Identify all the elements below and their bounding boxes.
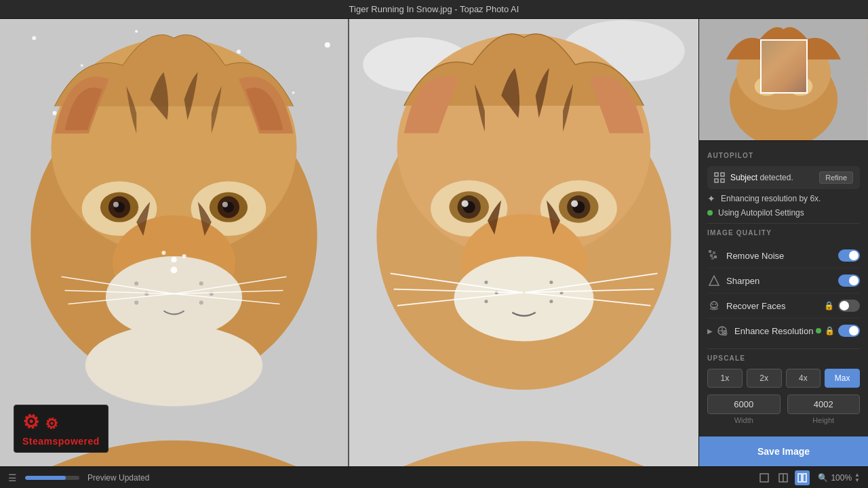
upscale-section-label: UPSCALE [707,354,860,362]
refine-button[interactable]: Refine [819,171,853,184]
svg-point-30 [199,301,203,305]
svg-point-2 [81,64,83,66]
split-view-button[interactable] [776,470,791,485]
steam-gear-icon: ⚙ [20,409,42,434]
svg-rect-87 [710,254,713,257]
svg-point-25 [134,281,138,285]
svg-rect-104 [803,474,806,482]
remove-noise-toggle[interactable] [838,249,860,262]
svg-rect-88 [714,256,717,258]
upscale-max-button[interactable]: Max [825,369,860,388]
upscale-4x-button[interactable]: 4x [786,369,821,388]
width-label: Width [707,416,781,424]
image-quality-label: IMAGE QUALITY [707,229,860,237]
divider-2 [707,348,860,349]
autopilot-settings-text: Using Autopilot Settings [718,208,804,218]
svg-point-4 [135,30,138,33]
svg-point-40 [170,266,177,273]
preview-status-text: Preview Updated [87,473,149,483]
svg-rect-85 [709,250,711,253]
svg-rect-100 [760,474,768,482]
steam-brand-text: Steamspowered [22,436,100,447]
enhance-lock-icon: 🔒 [825,326,835,336]
svg-rect-86 [713,251,715,254]
divider-1 [707,223,860,224]
width-input[interactable] [707,394,781,414]
progress-bar-container [25,476,79,480]
save-image-button[interactable]: Save Image [699,436,868,466]
magnifier-icon: 🔍 [818,473,828,483]
upscale-buttons-group: 1x 2x 4x Max [707,369,860,388]
thumbnail-viewport-box[interactable] [760,39,808,94]
svg-rect-84 [721,179,724,182]
zoom-stepper[interactable]: ▲ ▼ [854,472,860,483]
steam-gear2-icon: ⚙ [43,414,60,434]
svg-marker-90 [709,276,719,285]
sharpen-actions [838,274,860,287]
recover-faces-label: Recover Faces [726,301,824,311]
noise-icon [707,249,721,262]
recover-faces-actions: 🔒 [824,300,860,312]
before-panel: ⚙ ⚙ Steamspowered [0,19,349,466]
bottom-bar: ☰ Preview Updated 🔍 100% ▲ [0,466,868,488]
svg-rect-81 [715,173,718,176]
subject-highlight: Subject [730,173,757,182]
steam-overlay: ⚙ ⚙ Steamspowered [14,405,108,453]
upscale-1x-button[interactable]: 1x [707,369,743,388]
zoom-down-arrow[interactable]: ▼ [854,478,860,483]
svg-point-20 [222,202,228,207]
progress-bar-fill [25,476,66,480]
svg-point-3 [52,111,56,115]
single-view-button[interactable] [757,470,772,485]
recover-faces-row: Recover Faces 🔒 [707,293,860,319]
enhance-resolution-toggle[interactable] [838,325,860,337]
svg-point-38 [161,251,165,255]
svg-point-37 [171,257,176,262]
thumbnail-area [699,19,868,141]
svg-point-1 [32,36,36,40]
recover-faces-toggle[interactable] [838,300,860,312]
enhancing-row: ✦ Enhancing resolution by 6x. [707,193,860,204]
svg-point-93 [715,304,716,305]
image-comparison-area: ⚙ ⚙ Steamspowered [0,19,698,466]
svg-point-27 [134,301,138,305]
sharpen-toggle[interactable] [838,274,860,287]
window-title: Tiger Running In Snow.jpg - Topaz Photo … [349,4,519,14]
title-bar: Tiger Running In Snow.jpg - Topaz Photo … [0,0,868,19]
main-layout: ⚙ ⚙ Steamspowered [0,19,868,466]
right-panel: AUTOPILOT Subject detected. [698,19,868,466]
svg-point-56 [462,200,469,207]
svg-rect-82 [721,173,724,176]
after-image [349,19,698,466]
remove-noise-label: Remove Noise [726,251,838,261]
svg-rect-89 [711,257,714,260]
settings-panel: AUTOPILOT Subject detected. [699,141,868,436]
thumbnail-background [699,19,868,140]
upscale-2x-button[interactable]: 2x [747,369,782,388]
svg-point-64 [484,300,488,303]
image-quality-section: IMAGE QUALITY Remove Noise [707,229,860,343]
autopilot-section: AUTOPILOT Subject detected. [707,152,860,218]
menu-icon[interactable]: ☰ [8,472,17,483]
height-field: Height [787,394,861,424]
dimension-row: Width Height [707,394,860,424]
svg-point-7 [325,42,330,47]
enhance-resolution-label: Enhance Resolution [734,326,816,336]
enhance-chevron-icon[interactable]: ▶ [707,327,713,335]
enhance-status-dot [816,328,821,333]
faces-icon [707,299,721,312]
height-input[interactable] [787,394,861,414]
zoom-value: 100% [831,473,852,483]
side-by-side-button[interactable] [795,470,810,485]
subject-detected-text: Subject detected. [730,173,793,182]
remove-noise-row: Remove Noise [707,243,860,268]
svg-point-62 [484,281,488,284]
svg-rect-103 [798,474,802,482]
green-status-dot [707,210,713,216]
subject-icon [714,172,725,183]
svg-point-42 [85,325,263,407]
steam-icons: ⚙ ⚙ [22,411,100,433]
svg-point-61 [454,256,594,341]
view-icons-group [757,470,810,485]
recover-faces-lock-icon: 🔒 [824,301,834,310]
